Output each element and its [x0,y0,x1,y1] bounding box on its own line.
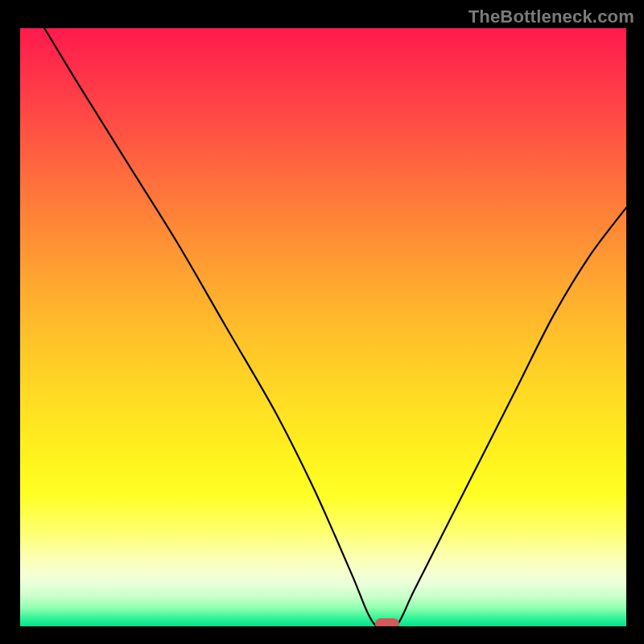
bottleneck-curve [20,28,626,626]
watermark-text: TheBottleneck.com [469,6,634,27]
optimum-marker-icon [375,618,399,626]
chart-container: TheBottleneck.com [0,0,644,644]
plot-area [20,28,626,626]
